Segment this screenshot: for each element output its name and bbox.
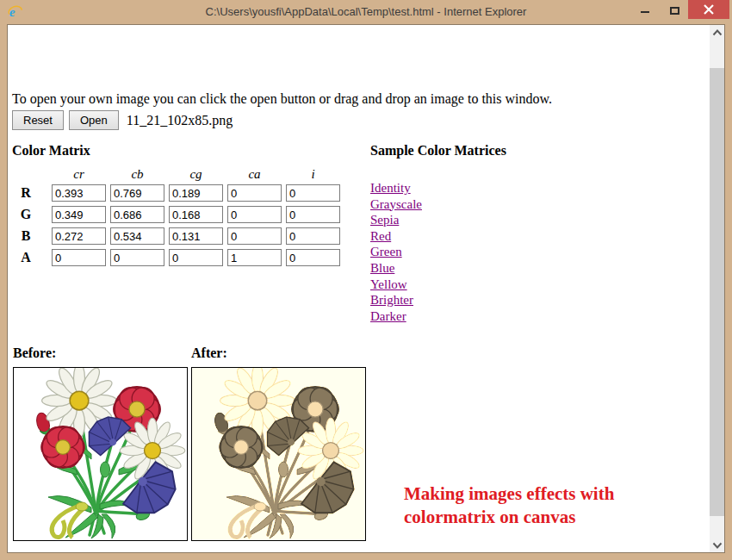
link-sepia[interactable]: Sepia bbox=[370, 212, 506, 228]
link-green[interactable]: Green bbox=[370, 244, 506, 260]
link-identity[interactable]: Identity bbox=[370, 180, 506, 196]
link-blue[interactable]: Blue bbox=[370, 260, 506, 277]
page-content: To open your own image you can click the… bbox=[8, 25, 710, 552]
matrix-input-r-cr[interactable] bbox=[52, 184, 106, 202]
matrix-input-b-cr[interactable] bbox=[52, 227, 106, 245]
row-label-r: R bbox=[12, 185, 40, 201]
window-title: C:\Users\yousfi\AppData\Local\Temp\test.… bbox=[0, 0, 732, 24]
link-grayscale[interactable]: Grayscale bbox=[370, 196, 506, 213]
matrix-input-r-cb[interactable] bbox=[110, 184, 164, 202]
after-canvas bbox=[192, 368, 365, 540]
sample-matrices-section: Sample Color Matrices Identity Grayscale… bbox=[370, 143, 506, 324]
minimize-icon bbox=[641, 11, 649, 13]
link-darker[interactable]: Darker bbox=[370, 308, 506, 325]
matrix-input-a-cb[interactable] bbox=[110, 249, 164, 266]
row-label-b: B bbox=[12, 228, 40, 244]
toolbar: Reset Open 11_21_102x85.png bbox=[12, 110, 233, 130]
column-header-cg: cg bbox=[169, 167, 223, 182]
sample-matrices-heading: Sample Color Matrices bbox=[370, 143, 506, 159]
scrollbar-thumb[interactable] bbox=[710, 68, 724, 516]
matrix-input-b-i[interactable] bbox=[286, 227, 340, 245]
before-canvas bbox=[13, 367, 188, 541]
matrix-row-a: A bbox=[12, 249, 344, 266]
matrix-input-g-cr[interactable] bbox=[52, 206, 106, 223]
link-brighter[interactable]: Brighter bbox=[370, 292, 506, 308]
matrix-input-b-cg[interactable] bbox=[169, 227, 223, 245]
matrix-input-a-i[interactable] bbox=[286, 249, 340, 266]
matrix-column-headers: cr cb cg ca i bbox=[12, 167, 344, 182]
open-button[interactable]: Open bbox=[69, 110, 119, 130]
link-red[interactable]: Red bbox=[370, 228, 506, 245]
column-header-i: i bbox=[286, 167, 340, 182]
maximize-button[interactable] bbox=[663, 0, 685, 19]
row-label-g: G bbox=[12, 207, 40, 222]
row-label-a: A bbox=[12, 250, 40, 265]
browser-client-area: To open your own image you can click the… bbox=[7, 24, 725, 553]
matrix-input-b-ca[interactable] bbox=[227, 227, 282, 245]
matrix-input-r-cg[interactable] bbox=[169, 184, 223, 202]
column-header-ca: ca bbox=[227, 167, 282, 182]
matrix-input-r-ca[interactable] bbox=[227, 184, 282, 202]
sample-links-list: Identity Grayscale Sepia Red Green Blue … bbox=[370, 180, 506, 324]
intro-text: To open your own image you can click the… bbox=[12, 91, 552, 107]
matrix-input-r-i[interactable] bbox=[286, 184, 340, 202]
matrix-row-g: G bbox=[12, 206, 344, 223]
color-matrix-heading: Color Matrix bbox=[12, 143, 344, 159]
reset-button[interactable]: Reset bbox=[12, 110, 64, 130]
matrix-input-g-ca[interactable] bbox=[227, 206, 282, 223]
matrix-input-b-cb[interactable] bbox=[110, 227, 164, 245]
matrix-input-g-i[interactable] bbox=[286, 206, 340, 223]
matrix-input-a-cg[interactable] bbox=[169, 249, 223, 266]
chevron-up-icon bbox=[712, 29, 723, 36]
flower-bouquet-image bbox=[192, 368, 365, 540]
caption-text: Making images effects with colormatrix o… bbox=[404, 482, 671, 529]
title-bar[interactable]: e C:\Users\yousfi\AppData\Local\Temp\tes… bbox=[0, 0, 732, 24]
filename-label: 11_21_102x85.png bbox=[127, 113, 233, 128]
scroll-down-button[interactable] bbox=[710, 538, 724, 552]
minimize-button[interactable] bbox=[634, 0, 656, 19]
matrix-input-a-ca[interactable] bbox=[227, 249, 282, 266]
close-button[interactable] bbox=[688, 0, 729, 19]
column-header-cr: cr bbox=[52, 167, 106, 182]
color-matrix-section: Color Matrix cr cb cg ca i R bbox=[12, 143, 344, 271]
scroll-up-button[interactable] bbox=[710, 25, 724, 40]
column-header-cb: cb bbox=[110, 167, 164, 182]
matrix-input-g-cg[interactable] bbox=[169, 206, 223, 223]
matrix-row-r: R bbox=[12, 184, 344, 202]
after-label: After: bbox=[191, 345, 227, 361]
after-canvas-frame bbox=[191, 367, 366, 541]
vertical-scrollbar[interactable] bbox=[710, 25, 724, 552]
close-icon bbox=[704, 4, 714, 15]
chevron-down-icon bbox=[712, 542, 723, 549]
matrix-row-b: B bbox=[12, 227, 344, 245]
flower-bouquet-image bbox=[14, 368, 187, 540]
link-yellow[interactable]: Yellow bbox=[370, 277, 506, 293]
matrix-input-g-cb[interactable] bbox=[110, 206, 164, 223]
ie-window: e C:\Users\yousfi\AppData\Local\Temp\tes… bbox=[0, 0, 732, 560]
maximize-icon bbox=[670, 7, 679, 15]
matrix-input-a-cr[interactable] bbox=[52, 249, 106, 266]
before-label: Before: bbox=[13, 345, 56, 361]
